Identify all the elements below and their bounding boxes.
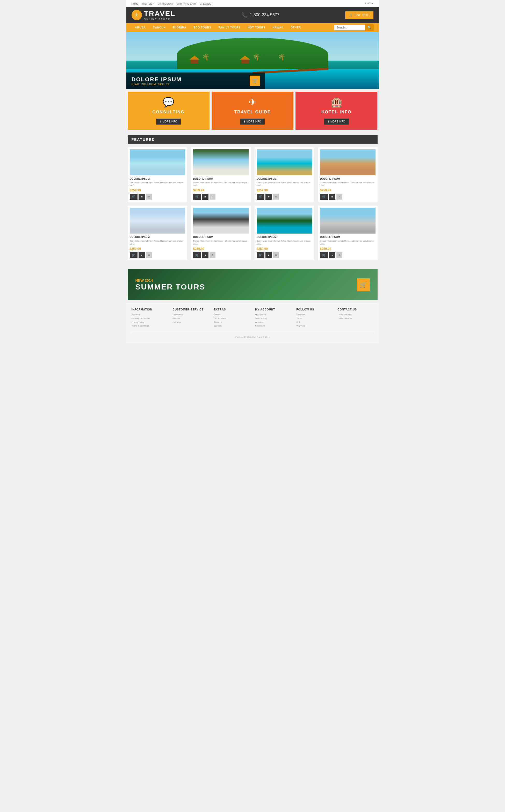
footer-link-vouchers[interactable]: Gift Vouchers [214, 317, 250, 320]
summer-new-label: NEW 2014 [136, 278, 205, 282]
footer-link-affiliates[interactable]: Affiliates [214, 321, 250, 324]
hero-cart-button[interactable]: 🛒 [249, 75, 260, 86]
product-desc: Donec vitae ipsum turibus fibres. Habitu… [257, 181, 312, 187]
hotel-info-title: HOTEL INFO [321, 110, 352, 115]
nav-florida[interactable]: FLORIDA [169, 23, 190, 32]
top-bar-right: $ ▾ EN ▾ [364, 2, 373, 5]
summer-cart-button[interactable]: 🛒 [357, 278, 370, 291]
topbar-wishlist[interactable]: WISH LIST [142, 3, 154, 5]
hut-2 [240, 56, 250, 63]
nav-aruba[interactable]: ARUBA [132, 23, 149, 32]
travel-guide-title: TRAVEL GUIDE [234, 110, 271, 115]
topbar-account[interactable]: MY ACCOUNT [157, 3, 173, 5]
footer-link-sitemap[interactable]: Site Map [173, 321, 209, 324]
topbar-cart[interactable]: SHOPPING CART [177, 3, 196, 5]
footer-link-specials[interactable]: Specials [214, 324, 250, 328]
brand-sub: ONLINE STORE [144, 18, 176, 20]
add-to-wishlist-button[interactable]: ★ [329, 194, 335, 200]
product-price: $259.99 [130, 189, 185, 192]
footer-link-terms[interactable]: Terms & Conditions [132, 324, 168, 328]
product-image [130, 149, 185, 175]
logo[interactable]: ✈ TRAVEL ONLINE STORE [132, 10, 176, 20]
compare-button[interactable]: ⚖ [146, 252, 152, 258]
footer-link-youtube[interactable]: You Tube [296, 324, 332, 328]
product-price: $259.99 [257, 247, 312, 251]
footer-contact-us-heading: CONTACT US [337, 308, 373, 311]
search-input[interactable] [334, 25, 365, 30]
product-price: $259.99 [320, 189, 375, 192]
footer-link-myaccount[interactable]: My Account [255, 313, 291, 317]
hotel-info-more-info-button[interactable]: ℹ MORE INFO [324, 119, 349, 125]
product-price: $259.99 [320, 247, 375, 251]
consulting-more-info-button[interactable]: ℹ MORE INFO [156, 119, 181, 125]
summer-banner: NEW 2014 SUMMER TOURS 🛒 [128, 269, 378, 300]
product-image [257, 208, 312, 234]
add-to-wishlist-button[interactable]: ★ [139, 252, 145, 258]
compare-button[interactable]: ⚖ [273, 252, 279, 258]
topbar-home[interactable]: HOME [132, 3, 139, 5]
footer-information-heading: INFORMATION [132, 308, 168, 311]
product-actions: 🛒 ★ ⚖ [193, 194, 248, 200]
footer-phone-1: 1-800-234-5677 [337, 313, 373, 317]
product-image [320, 149, 375, 175]
add-to-cart-button[interactable]: 🛒 [320, 194, 328, 200]
footer-link-delivery[interactable]: Delivery Information [132, 317, 168, 320]
footer-my-account-heading: MY ACCOUNT [255, 308, 291, 311]
add-to-cart-button[interactable]: 🛒 [257, 252, 265, 258]
nav-hawaii[interactable]: HAWAII [269, 23, 287, 32]
add-to-cart-button[interactable]: 🛒 [320, 252, 328, 258]
footer-copyright: Powered By OpenCart Travel © 2014 [132, 333, 374, 338]
add-to-cart-button[interactable]: 🛒 [130, 252, 138, 258]
footer: INFORMATION About Us Delivery Informatio… [126, 303, 379, 344]
travel-guide-more-info-button[interactable]: ℹ MORE INFO [240, 119, 265, 125]
nav-other[interactable]: OTHER [287, 23, 305, 32]
hero-starting-label: STARTING FROM: $499.99 [132, 83, 182, 86]
product-actions: 🛒 ★ ⚖ [130, 252, 185, 258]
footer-link-rss[interactable]: RSS [296, 321, 332, 324]
product-actions: 🛒 ★ ⚖ [130, 194, 185, 200]
footer-link-about[interactable]: About Us [132, 313, 168, 317]
compare-button[interactable]: ⚖ [209, 252, 215, 258]
nav-ecotours[interactable]: ECO TOURS [190, 23, 215, 32]
compare-button[interactable]: ⚖ [209, 194, 215, 200]
add-to-wishlist-button[interactable]: ★ [202, 252, 208, 258]
footer-link-facebook[interactable]: Facebook [296, 313, 332, 317]
add-to-wishlist-button[interactable]: ★ [266, 194, 272, 200]
product-card: DOLORE IPSUM Donec vitae ipsum turibus f… [255, 147, 314, 202]
product-card: DOLORE IPSUM Donec vitae ipsum turibus f… [191, 206, 251, 260]
add-to-cart-button[interactable]: 🛒 [130, 194, 138, 200]
product-desc: Donec vitae ipsum turibus fibres. Habitu… [193, 181, 248, 187]
product-image [320, 208, 375, 234]
footer-link-newsletter[interactable]: Newsletter [255, 324, 291, 328]
cart-button[interactable]: 🛒 Cart: $0.00 [345, 11, 373, 19]
footer-link-returns[interactable]: Returns [173, 317, 209, 320]
product-desc: Donec vitae ipsum turibus fibres. Habitu… [193, 239, 248, 245]
add-to-cart-button[interactable]: 🛒 [193, 194, 201, 200]
info-box-consulting: 💬 CONSULTING ℹ MORE INFO [128, 92, 209, 130]
footer-extras: EXTRAS Brands Gift Vouchers Affiliates S… [214, 308, 250, 328]
search-button[interactable]: 🔍 [365, 24, 374, 31]
footer-link-contact[interactable]: Contact Us [173, 313, 209, 317]
footer-link-privacy[interactable]: Privacy Policy [132, 321, 168, 324]
add-to-wishlist-button[interactable]: ★ [139, 194, 145, 200]
product-name: DOLORE IPSUM [193, 236, 248, 238]
footer-link-wishlist[interactable]: Wish List [255, 321, 291, 324]
compare-button[interactable]: ⚖ [273, 194, 279, 200]
compare-button[interactable]: ⚖ [336, 252, 342, 258]
add-to-cart-button[interactable]: 🛒 [257, 194, 265, 200]
nav-hottours[interactable]: HOT TOURS [244, 23, 269, 32]
nav-familytours[interactable]: FAMILY TOURS [215, 23, 244, 32]
add-to-wishlist-button[interactable]: ★ [266, 252, 272, 258]
add-to-wishlist-button[interactable]: ★ [329, 252, 335, 258]
footer-link-brands[interactable]: Brands [214, 313, 250, 317]
footer-link-twitter[interactable]: Twitter [296, 317, 332, 320]
nav-cancun[interactable]: CANCUN [149, 23, 169, 32]
add-to-wishlist-button[interactable]: ★ [202, 194, 208, 200]
footer-link-orders[interactable]: Order History [255, 317, 291, 320]
add-to-cart-button[interactable]: 🛒 [193, 252, 201, 258]
topbar-checkout[interactable]: CHECKOUT [200, 3, 213, 5]
brand-name: TRAVEL [144, 10, 176, 18]
compare-button[interactable]: ⚖ [146, 194, 152, 200]
hut-1 [189, 56, 200, 63]
compare-button[interactable]: ⚖ [336, 194, 342, 200]
